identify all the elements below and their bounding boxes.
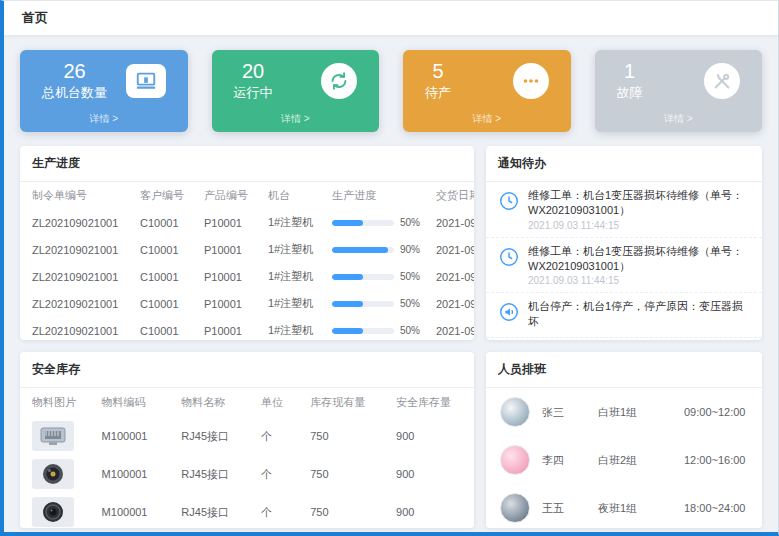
notification-text: 机台停产：机台1停产，停产原因：变压器损坏 [528,299,750,329]
notification-item[interactable]: 维修工单：机台1变压器损坏待维修（单号：WX202109031001） 2021… [486,238,762,294]
rj45-connector-photo [32,421,74,451]
inventory-row: M100001 RJ45接口 个 750 900 [20,417,474,455]
notification-time: 2021.09.03 11:44:15 [528,275,750,286]
progress-bar: 50% [332,217,420,228]
total-machines-label: 总机台数量 [42,84,107,102]
progress-bar: 90% [332,244,420,255]
col-material-name: 物料名称 [173,388,253,417]
progress-label: 50% [400,271,420,282]
notification-item[interactable]: 计划暂停：机台1生产计划已暂停 2021.09.03 11:44:15 [486,338,762,340]
page-title[interactable]: 首页 [22,9,48,27]
col-on-hand: 库存现有量 [302,388,388,417]
stat-card-total-machines[interactable]: 26 总机台数量 详情 > [20,50,188,132]
progress-bar: 50% [332,298,420,309]
person-shift: 夜班1组 [598,501,672,516]
total-machines-value: 26 [42,60,107,82]
product-no: P10001 [196,236,260,263]
notification-text: 维修工单：机台1变压器损坏待维修（单号：WX202109031001） [528,244,750,274]
person-shift: 白班2组 [598,453,672,468]
production-progress-title: 生产进度 [20,146,474,182]
main-grid: 生产进度 制令单编号 客户编号 产品编号 机台 生产进度 交货日期 [20,146,762,528]
card-main: 26 总机台数量 [34,60,174,102]
personnel-schedule-panel: 人员排班 张三 白班1组 09:00~12:00 李四 白班2组 12:00~1… [486,352,762,528]
notifications-title: 通知待办 [486,146,762,182]
col-safety-qty: 安全库存量 [388,388,474,417]
col-order-no: 制令单编号 [20,182,132,209]
person-time: 12:00~16:00 [684,454,745,466]
inventory-row: M100001 RJ45接口 个 750 900 [20,493,474,528]
production-row: ZL202109021001 C10001 P10001 1#注塑机 90% 2… [20,236,474,263]
card-nums: 5 待产 [425,60,451,102]
machine: 1#注塑机 [260,236,324,263]
order-no: ZL202109021001 [20,236,132,263]
col-delivery-date: 交货日期 [428,182,474,209]
schedule-row: 张三 白班1组 09:00~12:00 [486,388,762,436]
on-hand-qty: 750 [302,493,388,528]
material-name: RJ45接口 [173,455,253,493]
stat-card-pending[interactable]: 5 待产 详情 > [403,50,571,132]
product-no: P10001 [196,209,260,236]
material-code: M100001 [94,455,174,493]
customer-no: C10001 [132,317,196,340]
tools-icon [704,63,740,99]
ellipsis-icon [513,63,549,99]
progress-bar: 50% [332,325,420,336]
card-main: 5 待产 [417,60,557,102]
safety-inventory-title: 安全库存 [20,352,474,388]
order-no: ZL202109021001 [20,263,132,290]
inventory-table: 物料图片 物料编码 物料名称 单位 库存现有量 安全库存量 [20,388,474,528]
order-no: ZL202109021001 [20,290,132,317]
fault-detail-link[interactable]: 详情 > [609,112,749,126]
notification-item[interactable]: 机台停产：机台1停产，停产原因：变压器损坏 [486,293,762,338]
person-name: 王五 [542,501,586,516]
inventory-header-row: 物料图片 物料编码 物料名称 单位 库存现有量 安全库存量 [20,388,474,417]
col-customer-no: 客户编号 [132,182,196,209]
on-hand-qty: 750 [302,455,388,493]
dashboard-root: 首页 26 总机台数量 详情 > 20 [0,0,779,536]
machine: 1#注塑机 [260,317,324,340]
schedule-row: 李四 白班2组 12:00~16:00 [486,436,762,484]
notification-item[interactable]: 维修工单：机台1变压器损坏待维修（单号：WX202109031001） 2021… [486,182,762,238]
production-row: ZL202109021001 C10001 P10001 1#注塑机 50% 2… [20,209,474,236]
inventory-row: M100001 RJ45接口 个 750 900 [20,455,474,493]
col-material-image: 物料图片 [20,388,94,417]
person-time: 18:00~24:00 [684,502,745,514]
speaker-photo [32,497,74,527]
notification-text: 维修工单：机台1变压器损坏待维修（单号：WX202109031001） [528,188,750,218]
refresh-icon [321,63,357,99]
delivery-date: 2021-09-10 [428,236,474,263]
delivery-date: 2021-09-10 [428,290,474,317]
page-header: 首页 [4,1,778,36]
pending-label: 待产 [425,84,451,102]
product-no: P10001 [196,290,260,317]
round-connector-photo [32,459,74,489]
safety-qty: 900 [388,417,474,455]
machine: 1#注塑机 [260,290,324,317]
customer-no: C10001 [132,290,196,317]
clock-icon [498,190,520,212]
total-machines-detail-link[interactable]: 详情 > [34,112,174,126]
pending-detail-link[interactable]: 详情 > [417,112,557,126]
fault-label: 故障 [617,84,643,102]
delivery-date: 2021-09-10 [428,317,474,340]
progress-bar: 50% [332,271,420,282]
person-name: 张三 [542,405,586,420]
progress-label: 90% [400,244,420,255]
running-detail-link[interactable]: 详情 > [226,112,366,126]
customer-no: C10001 [132,263,196,290]
progress-label: 50% [400,298,420,309]
personnel-schedule-title: 人员排班 [486,352,762,388]
running-label: 运行中 [234,84,273,102]
card-nums: 20 运行中 [234,60,273,102]
order-no: ZL202109021001 [20,317,132,340]
production-row: ZL202109021001 C10001 P10001 1#注塑机 50% 2… [20,290,474,317]
material-name: RJ45接口 [173,493,253,528]
stat-card-running[interactable]: 20 运行中 详情 > [212,50,380,132]
col-machine: 机台 [260,182,324,209]
col-product-no: 产品编号 [196,182,260,209]
material-code: M100001 [94,417,174,455]
notice-body: 维修工单：机台1变压器损坏待维修（单号：WX202109031001） 2021… [528,244,750,287]
delivery-date: 2021-09-10 [428,209,474,236]
notifications-panel: 通知待办 维修工单：机台1变压器损坏待维修（单号：WX202109031001）… [486,146,762,340]
stat-card-fault[interactable]: 1 故障 详情 > [595,50,763,132]
